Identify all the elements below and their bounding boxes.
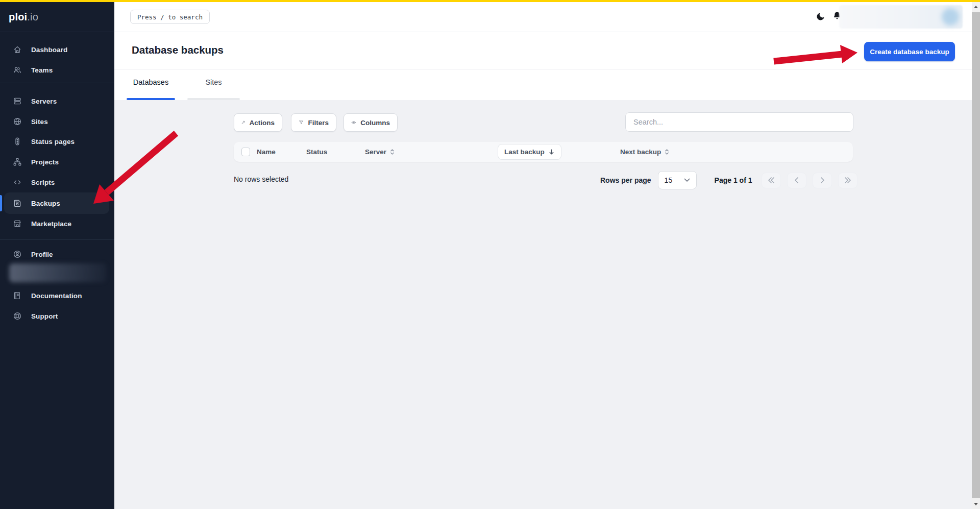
globe-icon bbox=[13, 117, 22, 126]
tab-label: Sites bbox=[187, 78, 240, 86]
rows-per-page-label: Rows per page bbox=[600, 176, 651, 184]
pagination-buttons bbox=[762, 173, 857, 188]
sidebar-item-documentation[interactable]: Documentation bbox=[0, 285, 114, 306]
chevron-down-icon bbox=[684, 178, 690, 182]
pagination-controls: Rows per page 15 Page 1 of 1 bbox=[600, 171, 857, 189]
users-icon bbox=[13, 65, 22, 75]
sidebar-item-label: Projects bbox=[31, 158, 59, 166]
sidebar-item-projects[interactable]: Projects bbox=[0, 152, 114, 172]
column-label: Status bbox=[306, 148, 327, 156]
lifebuoy-icon bbox=[13, 311, 22, 321]
tab-databases[interactable]: Databases bbox=[127, 69, 175, 100]
storefront-icon bbox=[13, 219, 22, 228]
user-menu-blurred[interactable] bbox=[839, 5, 963, 29]
blurred-user-name bbox=[9, 263, 106, 282]
book-icon bbox=[13, 291, 22, 300]
sidebar-item-dashboard[interactable]: Dashboard bbox=[0, 39, 114, 60]
page-indicator: Page 1 of 1 bbox=[715, 176, 754, 184]
dark-mode-toggle[interactable] bbox=[816, 12, 825, 21]
page-header: Database backups Create database backup bbox=[114, 32, 972, 69]
columns-button-label: Columns bbox=[360, 119, 390, 127]
sidebar-item-label: Backups bbox=[31, 200, 60, 207]
pagination-next-button[interactable] bbox=[813, 173, 832, 188]
funnel-icon bbox=[299, 118, 304, 127]
sidebar-item-label: Support bbox=[31, 312, 58, 320]
scrollbar-up-arrow[interactable] bbox=[972, 2, 980, 11]
columns-button[interactable]: Columns bbox=[344, 113, 398, 132]
sidebar-item-label: Documentation bbox=[31, 292, 82, 300]
topbar: Press / to search bbox=[114, 2, 972, 32]
rows-per-page-select[interactable]: 15 bbox=[658, 171, 697, 189]
sidebar-item-marketplace[interactable]: Marketplace bbox=[0, 213, 114, 234]
sidebar-item-status-pages[interactable]: Status pages bbox=[0, 131, 114, 152]
code-icon bbox=[13, 178, 22, 187]
sidebar-item-label: Scripts bbox=[31, 179, 55, 186]
column-label: Next backup bbox=[620, 148, 661, 156]
table-header-row: Name Status Server Last backup Next back… bbox=[234, 142, 853, 162]
selection-status-text: No rows selected bbox=[234, 175, 288, 183]
avatar bbox=[942, 8, 959, 26]
actions-button-label: Actions bbox=[249, 119, 275, 127]
sidebar-item-scripts[interactable]: Scripts bbox=[0, 172, 114, 192]
sidebar-item-teams[interactable]: Teams bbox=[0, 60, 114, 80]
rows-per-page-value: 15 bbox=[665, 176, 673, 184]
actions-button[interactable]: Actions bbox=[234, 113, 282, 132]
scrollbar[interactable] bbox=[972, 2, 980, 509]
sort-icon bbox=[665, 149, 669, 155]
wrench-icon bbox=[241, 118, 245, 127]
server-icon bbox=[13, 96, 22, 106]
sidebar-item-backups[interactable]: Backups bbox=[0, 193, 114, 213]
sidebar-item-label: Marketplace bbox=[31, 220, 71, 228]
sidebar-item-label: Teams bbox=[31, 66, 53, 74]
traffic-light-icon bbox=[13, 137, 22, 146]
column-header-name: Name bbox=[257, 142, 276, 162]
create-database-backup-button[interactable]: Create database backup bbox=[864, 42, 955, 61]
eye-icon bbox=[351, 118, 356, 127]
chevrons-left-icon bbox=[768, 177, 775, 183]
tab-sites[interactable]: Sites bbox=[187, 69, 240, 100]
sidebar-divider bbox=[0, 83, 114, 83]
pagination-prev-button[interactable] bbox=[787, 173, 806, 188]
column-label: Server bbox=[365, 148, 386, 156]
filters-button[interactable]: Filters bbox=[291, 113, 336, 132]
chevron-left-icon bbox=[793, 177, 800, 183]
column-header-server[interactable]: Server bbox=[365, 142, 395, 162]
sidebar-item-label: Servers bbox=[31, 98, 57, 105]
pagination-first-button[interactable] bbox=[762, 173, 781, 188]
sort-icon bbox=[390, 149, 395, 155]
column-label: Name bbox=[257, 148, 276, 156]
tab-label: Databases bbox=[127, 78, 175, 86]
app-window: ploi.io Dashboard Teams Servers Sites St… bbox=[0, 0, 980, 509]
app-logo[interactable]: ploi.io bbox=[9, 11, 38, 23]
network-icon bbox=[13, 157, 22, 166]
user-circle-icon bbox=[13, 250, 22, 259]
sort-desc-icon bbox=[548, 149, 555, 155]
pagination-last-button[interactable] bbox=[838, 173, 857, 188]
sidebar-divider bbox=[0, 239, 114, 240]
home-icon bbox=[13, 45, 22, 54]
select-all-checkbox[interactable] bbox=[241, 148, 250, 156]
sidebar-item-sites[interactable]: Sites bbox=[0, 111, 114, 132]
sidebar-item-label: Dashboard bbox=[31, 46, 67, 54]
column-header-last-backup[interactable]: Last backup bbox=[498, 144, 561, 160]
column-header-status: Status bbox=[306, 142, 327, 162]
sidebar-item-support[interactable]: Support bbox=[0, 306, 114, 326]
table-search-input[interactable] bbox=[625, 112, 853, 132]
page-title: Database backups bbox=[132, 44, 224, 56]
chevron-right-icon bbox=[819, 177, 826, 183]
chevrons-right-icon bbox=[844, 177, 851, 183]
filters-button-label: Filters bbox=[308, 119, 329, 127]
sidebar-item-profile[interactable]: Profile bbox=[0, 244, 114, 264]
tab-bar: Databases Sites bbox=[114, 69, 972, 100]
sidebar-item-label: Status pages bbox=[31, 138, 75, 146]
scrollbar-down-arrow[interactable] bbox=[972, 499, 980, 509]
column-header-next-backup[interactable]: Next backup bbox=[620, 142, 669, 162]
sidebar-divider bbox=[0, 32, 114, 32]
sidebar: ploi.io Dashboard Teams Servers Sites St… bbox=[0, 0, 114, 509]
scrollbar-thumb[interactable] bbox=[972, 12, 980, 498]
sidebar-item-label: Sites bbox=[31, 118, 48, 126]
global-search-shortcut[interactable]: Press / to search bbox=[130, 10, 210, 24]
logo-text-bold: ploi bbox=[9, 11, 27, 22]
content-area: Actions Filters Columns Name Status Serv… bbox=[114, 100, 972, 509]
sidebar-item-servers[interactable]: Servers bbox=[0, 91, 114, 111]
